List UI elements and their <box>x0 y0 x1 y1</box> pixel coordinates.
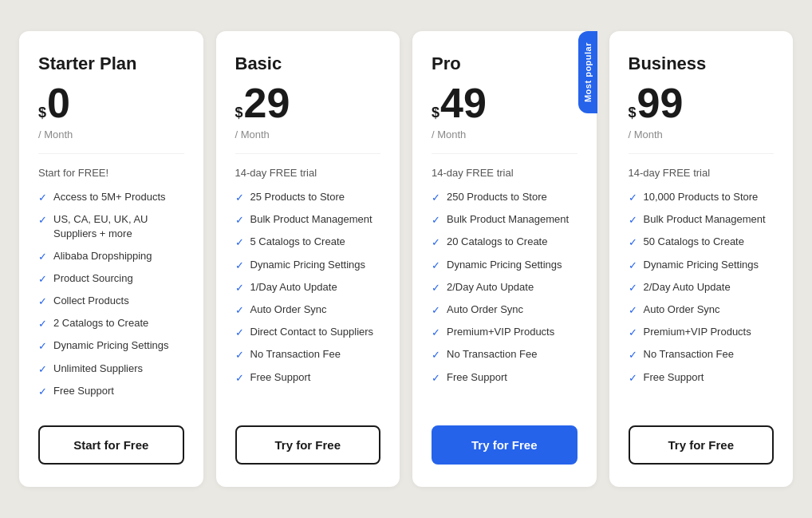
check-icon: ✓ <box>38 295 47 309</box>
price-amount: 99 <box>637 82 684 124</box>
features-list: ✓ 10,000 Products to Store ✓ Bulk Produc… <box>629 190 775 406</box>
price-period: / Month <box>629 129 775 140</box>
feature-text: Auto Order Sync <box>644 302 720 317</box>
feature-item: ✓ Free Support <box>629 370 775 386</box>
check-icon: ✓ <box>235 259 244 273</box>
feature-text: No Transaction Fee <box>644 347 734 362</box>
price-amount: 0 <box>47 82 70 124</box>
feature-text: Dynamic Pricing Settings <box>644 258 759 272</box>
features-list: ✓ 25 Products to Store ✓ Bulk Product Ma… <box>235 190 381 406</box>
feature-text: Dynamic Pricing Settings <box>53 338 169 353</box>
feature-item: ✓ Auto Order Sync <box>235 302 381 318</box>
check-icon: ✓ <box>629 303 637 318</box>
feature-item: ✓ Dynamic Pricing Settings <box>629 258 775 273</box>
price-dollar-sign: $ <box>235 105 243 121</box>
check-icon: ✓ <box>432 235 440 250</box>
feature-text: No Transaction Fee <box>250 347 341 362</box>
check-icon: ✓ <box>432 259 440 273</box>
check-icon: ✓ <box>38 317 47 331</box>
check-icon: ✓ <box>629 326 637 340</box>
check-icon: ✓ <box>629 235 637 250</box>
check-icon: ✓ <box>235 191 244 205</box>
feature-item: ✓ Product Sourcing <box>38 271 184 287</box>
feature-item: ✓ 20 Catalogs to Create <box>432 235 577 250</box>
feature-item: ✓ Free Support <box>235 370 381 386</box>
feature-text: 1/Day Auto Update <box>250 280 337 295</box>
feature-item: ✓ No Transaction Fee <box>235 347 381 362</box>
price-period: / Month <box>432 129 577 140</box>
plan-intro: 14-day FREE trial <box>432 167 577 179</box>
most-popular-badge: Most popular <box>578 31 597 113</box>
feature-text: 5 Catalogs to Create <box>250 235 345 249</box>
feature-item: ✓ US, CA, EU, UK, AU Suppliers + more <box>38 212 184 241</box>
cta-button-business[interactable]: Try for Free <box>629 425 775 465</box>
plan-card-business: Business $ 99 / Month 14-day FREE trial … <box>609 31 794 487</box>
feature-item: ✓ Auto Order Sync <box>629 302 775 318</box>
feature-item: ✓ 50 Catalogs to Create <box>629 235 775 250</box>
feature-text: Premium+VIP Products <box>447 325 554 339</box>
price-row: $ 99 <box>629 82 775 124</box>
feature-item: ✓ Bulk Product Management <box>432 212 577 227</box>
feature-item: ✓ No Transaction Fee <box>432 347 577 362</box>
feature-item: ✓ Bulk Product Management <box>629 212 775 227</box>
feature-item: ✓ 250 Products to Store <box>432 190 577 205</box>
divider <box>629 153 775 154</box>
plan-name: Pro <box>432 53 577 74</box>
feature-item: ✓ No Transaction Fee <box>629 347 775 362</box>
plan-intro: Start for FREE! <box>38 167 184 179</box>
feature-text: Unlimited Suppliers <box>53 362 143 376</box>
check-icon: ✓ <box>235 281 244 295</box>
price-row: $ 0 <box>38 82 184 124</box>
price-amount: 49 <box>440 82 487 124</box>
feature-item: ✓ Alibaba Dropshipping <box>38 249 184 264</box>
feature-item: ✓ 5 Catalogs to Create <box>235 235 381 250</box>
feature-text: Alibaba Dropshipping <box>53 249 152 263</box>
check-icon: ✓ <box>235 371 244 386</box>
divider <box>432 153 577 154</box>
feature-item: ✓ 1/Day Auto Update <box>235 280 381 295</box>
feature-text: 2/Day Auto Update <box>644 280 731 295</box>
price-amount: 29 <box>244 82 290 124</box>
check-icon: ✓ <box>235 326 244 340</box>
divider <box>38 153 184 154</box>
feature-item: ✓ Dynamic Pricing Settings <box>38 338 184 354</box>
cta-button-pro[interactable]: Try for Free <box>432 425 577 465</box>
feature-item: ✓ Direct Contact to Suppliers <box>235 325 381 340</box>
check-icon: ✓ <box>432 348 440 362</box>
feature-item: ✓ Premium+VIP Products <box>432 325 577 340</box>
feature-text: Direct Contact to Suppliers <box>250 325 374 339</box>
plan-name: Starter Plan <box>38 53 184 74</box>
check-icon: ✓ <box>432 213 440 227</box>
feature-text: Free Support <box>644 370 704 385</box>
feature-item: ✓ Dynamic Pricing Settings <box>235 258 381 273</box>
feature-item: ✓ Free Support <box>432 370 577 386</box>
feature-text: Auto Order Sync <box>447 302 523 317</box>
plan-intro: 14-day FREE trial <box>629 167 775 179</box>
feature-text: Premium+VIP Products <box>644 325 751 339</box>
price-period: / Month <box>235 129 381 140</box>
check-icon: ✓ <box>629 259 637 273</box>
feature-text: Bulk Product Management <box>447 212 569 227</box>
check-icon: ✓ <box>38 250 47 264</box>
cta-button-basic[interactable]: Try for Free <box>235 425 381 465</box>
feature-text: 2/Day Auto Update <box>447 280 534 295</box>
check-icon: ✓ <box>629 348 637 362</box>
plan-intro: 14-day FREE trial <box>235 167 381 179</box>
check-icon: ✓ <box>38 385 47 399</box>
price-row: $ 29 <box>235 82 381 124</box>
features-list: ✓ 250 Products to Store ✓ Bulk Product M… <box>432 190 577 406</box>
check-icon: ✓ <box>432 191 440 205</box>
check-icon: ✓ <box>38 339 47 354</box>
check-icon: ✓ <box>432 326 440 340</box>
feature-text: Bulk Product Management <box>644 212 766 227</box>
price-period: / Month <box>38 129 184 140</box>
feature-item: ✓ Bulk Product Management <box>235 212 381 227</box>
feature-text: Free Support <box>447 370 507 385</box>
feature-item: ✓ Free Support <box>38 384 184 399</box>
feature-text: Collect Products <box>53 294 129 308</box>
check-icon: ✓ <box>38 272 47 287</box>
cta-button-starter[interactable]: Start for Free <box>38 425 184 465</box>
check-icon: ✓ <box>629 281 637 295</box>
feature-text: Auto Order Sync <box>250 302 327 317</box>
feature-text: 20 Catalogs to Create <box>447 235 547 249</box>
